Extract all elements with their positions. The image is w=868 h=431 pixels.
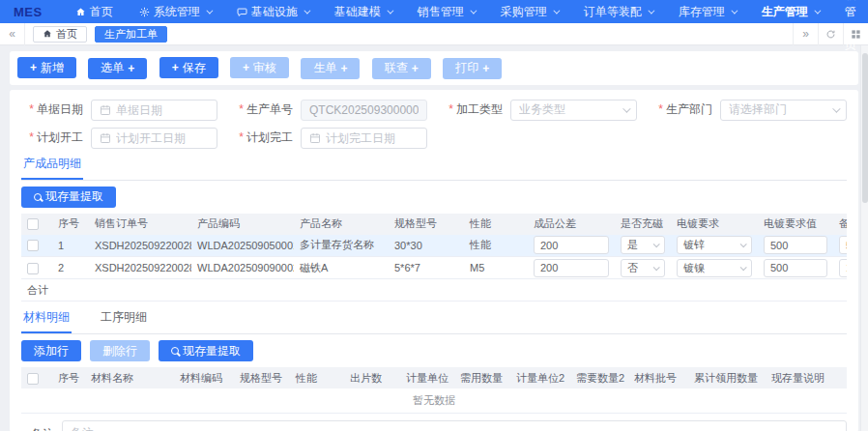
audit-button[interactable]: + 审核 [230, 57, 289, 78]
chevron-down-icon [622, 104, 630, 112]
app-logo: MES [14, 5, 43, 19]
chevron-down-icon [740, 242, 747, 248]
plating-value-input[interactable] [764, 259, 827, 277]
process-type-select[interactable]: 业务类型 [510, 100, 637, 121]
calendar-icon [309, 132, 321, 144]
generate-order-button[interactable]: 生单 + [301, 58, 360, 79]
select-value: 是 [627, 238, 638, 252]
remark-textarea[interactable] [62, 420, 847, 431]
nav-item-modeling[interactable]: 基础建模 [334, 4, 391, 20]
tab-actions: » [793, 23, 868, 45]
nav-item-production[interactable]: 生产管理 [762, 4, 819, 20]
magnetized-select[interactable]: 否 [621, 259, 665, 277]
remark-section: 备注 [21, 420, 847, 431]
remark-input[interactable] [839, 236, 847, 254]
field-label: 生产单号 [231, 101, 293, 118]
tolerance-input[interactable] [534, 236, 609, 254]
button-label: 现存量提取 [45, 188, 103, 205]
plating-select[interactable]: 镀镍 [677, 259, 752, 277]
cell-sales-order: XSDH2025092200286 [89, 235, 191, 257]
button-label: 打印 [455, 60, 478, 76]
save-button[interactable]: + 保存 [159, 57, 218, 78]
tabs-scroll-right-icon[interactable]: » [793, 23, 818, 45]
material-stock-extract-button[interactable]: 现存量提取 [159, 340, 253, 361]
chevron-down-icon [470, 7, 477, 14]
col-header-seq: 序号 [52, 367, 85, 388]
nav-item-inventory[interactable]: 库存管理 [679, 4, 736, 20]
plus-icon: + [482, 63, 489, 74]
col-header-material-code: 材料编码 [174, 367, 234, 388]
document-date-input[interactable] [91, 100, 217, 121]
order-header-form: 单据日期 生产单号 加工类型 业务类型 生产部门 请选择部门 [21, 100, 847, 149]
nav-item-system[interactable]: 系统管理 [139, 4, 211, 20]
button-label: 审核 [253, 60, 276, 76]
print-button[interactable]: 打印 + [443, 58, 502, 79]
nav-item-label: 订单等装配 [584, 4, 642, 20]
col-header-spec: 规格型号 [234, 367, 290, 388]
nav-item-home[interactable]: 首页 [75, 4, 113, 20]
nav-item-order-assembly[interactable]: 订单等装配 [584, 4, 652, 20]
product-row-1[interactable]: 1 XSDH2025092200286 WLDA2025090500019 多计… [21, 235, 847, 257]
chevron-down-icon [553, 7, 560, 14]
tab-home[interactable]: 首页 [33, 26, 87, 43]
field-document-date: 单据日期 [21, 100, 217, 121]
plan-finish-input[interactable] [301, 128, 427, 149]
button-label: 联查 [385, 60, 408, 76]
plan-start-input-field[interactable] [116, 131, 209, 145]
product-table-wrap: 序号 销售订单号 产品编码 产品名称 规格型号 性能 成品公差 是否充磁 电镀要… [21, 214, 847, 302]
tab-material-detail[interactable]: 材料明细 [21, 306, 72, 333]
button-label: 现存量提取 [183, 343, 241, 359]
add-row-button[interactable]: 添加行 [21, 340, 81, 361]
scrollbar-thumb[interactable] [862, 53, 868, 203]
plating-select[interactable]: 镀锌 [677, 236, 752, 254]
remark-input[interactable] [839, 259, 847, 277]
tab-production-order[interactable]: 生产加工单 [95, 26, 167, 43]
nav-item-sales[interactable]: 销售管理 [418, 4, 475, 20]
delete-row-button[interactable]: 删除行 [90, 340, 150, 361]
select-all-checkbox[interactable] [27, 218, 39, 230]
cell-seq: 1 [52, 235, 89, 257]
plan-finish-input-field[interactable] [326, 131, 419, 145]
plus-icon: + [412, 63, 419, 74]
col-header-remark: 备注 [833, 214, 847, 235]
select-all-checkbox[interactable] [27, 373, 39, 385]
cell-product-name: 多计量存货名称 [294, 235, 389, 257]
row-checkbox[interactable] [27, 263, 39, 274]
row-checkbox[interactable] [27, 240, 39, 251]
add-button[interactable]: + 新增 [17, 57, 76, 78]
nav-item-label: 生产管理 [762, 4, 808, 20]
calendar-icon [100, 104, 111, 116]
nav-item-label: 基础设施 [251, 4, 298, 20]
magnetized-select[interactable]: 是 [621, 236, 665, 254]
field-production-dept: 生产部门 请选择部门 [651, 100, 847, 121]
tab-process-detail[interactable]: 工序明细 [99, 306, 149, 333]
nav-item-infrastructure[interactable]: 基础设施 [237, 4, 308, 20]
plus-icon: + [340, 63, 347, 74]
col-header-unit: 计量单位 [400, 367, 454, 388]
production-dept-select[interactable]: 请选择部门 [720, 100, 847, 121]
production-no-input [301, 100, 427, 121]
plating-value-input[interactable] [764, 236, 827, 254]
search-icon [171, 347, 179, 355]
select-order-button[interactable]: 选单 + [88, 58, 147, 79]
field-label: 单据日期 [21, 101, 83, 118]
refresh-icon[interactable] [818, 23, 843, 45]
stock-extract-button[interactable]: 现存量提取 [21, 187, 116, 208]
cell-performance: 性能 [464, 235, 528, 257]
product-row-2[interactable]: 2 XSDH2025092200286 WLDA2025090900023 磁铁… [21, 257, 847, 279]
button-label: 选单 [101, 60, 124, 76]
linked-query-button[interactable]: 联查 + [372, 58, 431, 79]
chat-bubble-icon [237, 7, 247, 17]
tabs-scroll-left-icon[interactable]: « [0, 23, 25, 45]
plan-start-input[interactable] [91, 128, 217, 149]
nav-item-purchase[interactable]: 采购管理 [501, 4, 558, 20]
nav-item-label: 库存管理 [679, 4, 725, 20]
tolerance-input[interactable] [534, 259, 609, 277]
vertical-scrollbar[interactable] [860, 45, 868, 431]
layout-grid-icon[interactable] [843, 23, 868, 45]
tab-label: 首页 [56, 27, 77, 42]
select-value: 镀锌 [683, 238, 705, 252]
plus-icon: + [128, 63, 134, 74]
document-date-input-field[interactable] [116, 103, 209, 117]
col-header-plating: 电镀要求 [671, 214, 758, 235]
